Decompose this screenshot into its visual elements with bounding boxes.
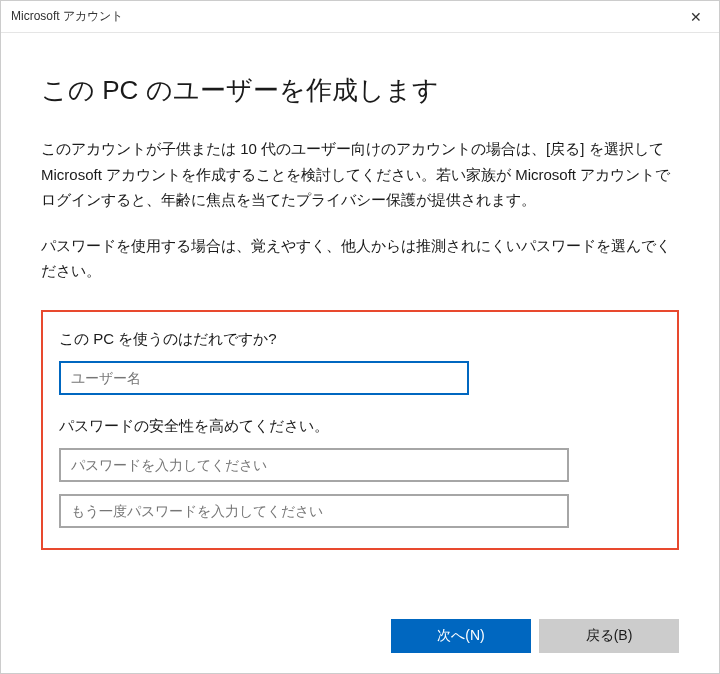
form-highlight-box: この PC を使うのはだれですか? パスワードの安全性を高めてください。 <box>41 310 679 550</box>
description-paragraph-1: このアカウントが子供または 10 代のユーザー向けのアカウントの場合は、[戻る]… <box>41 136 679 213</box>
dialog-footer: 次へ(N) 戻る(B) <box>1 599 719 673</box>
password-input[interactable] <box>59 448 569 482</box>
username-input[interactable] <box>59 361 469 395</box>
username-label: この PC を使うのはだれですか? <box>59 330 661 349</box>
dialog-content: この PC のユーザーを作成します このアカウントが子供または 10 代のユーザ… <box>1 33 719 599</box>
password-label: パスワードの安全性を高めてください。 <box>59 417 661 436</box>
titlebar: Microsoft アカウント ✕ <box>1 1 719 33</box>
page-heading: この PC のユーザーを作成します <box>41 73 679 108</box>
username-section: この PC を使うのはだれですか? <box>59 330 661 395</box>
dialog-window: Microsoft アカウント ✕ この PC のユーザーを作成します このアカ… <box>0 0 720 674</box>
window-title: Microsoft アカウント <box>11 8 123 25</box>
close-button[interactable]: ✕ <box>673 1 719 33</box>
description-paragraph-2: パスワードを使用する場合は、覚えやすく、他人からは推測されにくいパスワードを選ん… <box>41 233 679 284</box>
close-icon: ✕ <box>690 9 702 25</box>
next-button[interactable]: 次へ(N) <box>391 619 531 653</box>
back-button[interactable]: 戻る(B) <box>539 619 679 653</box>
password-section: パスワードの安全性を高めてください。 <box>59 417 661 528</box>
password-confirm-input[interactable] <box>59 494 569 528</box>
